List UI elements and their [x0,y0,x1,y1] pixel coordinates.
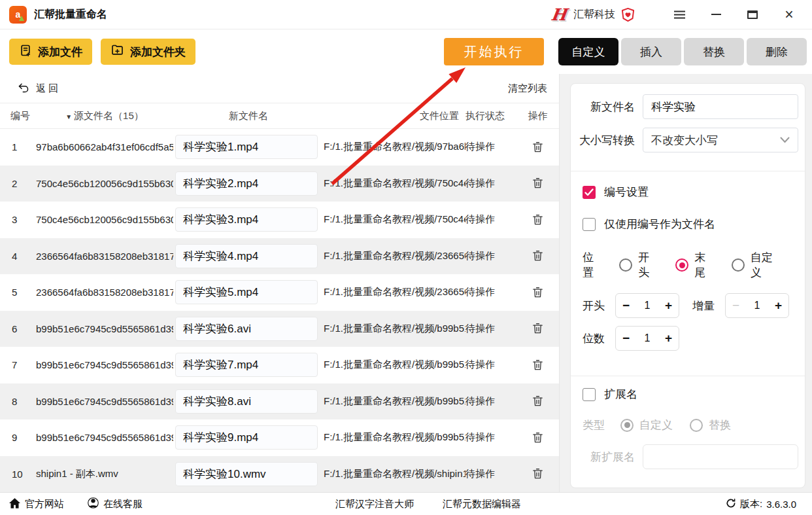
mode-tabs: 自定义 插入 替换 删除 [558,38,807,65]
delete-row-button[interactable] [530,357,545,372]
file-table-body: 197ba6b60662ab4f31ef06cdf5a5f8科学实验1.mp4F… [0,129,559,492]
action-cell [516,357,559,373]
digits-value[interactable]: 1 [636,332,658,344]
new-filename-input[interactable]: 科学实验 [643,94,798,119]
metadata-editor-link[interactable]: 汇帮元数据编辑器 [443,498,521,510]
status-text: 待操作 [465,250,516,262]
new-name-input[interactable]: 科学实验3.mp4 [175,207,318,232]
delete-row-button[interactable] [530,285,545,300]
table-row: 52366564fa6b83158208eb318175科学实验5.mp4F:/… [0,274,559,311]
add-file-button[interactable]: 添加文件 [9,39,92,65]
delete-row-button[interactable] [530,175,545,190]
row-number: 10 [0,469,36,480]
file-location: F:/1.批量重命名教程/视频/b99b51e [324,395,465,408]
increment-stepper: − 1 + [725,293,789,318]
start-number-value[interactable]: 1 [636,300,658,311]
case-convert-select[interactable]: 不改变大小写 [643,128,798,152]
start-execute-button[interactable]: 开始执行 [444,38,544,65]
status-text: 待操作 [465,359,516,371]
new-extension-label: 新扩展名 [577,450,635,465]
position-label: 位置 [583,250,603,280]
increment-value[interactable]: 1 [746,300,768,311]
delete-row-button[interactable] [530,430,545,445]
case-convert-label: 大小写转换 [577,133,635,148]
start-minus-button[interactable]: − [616,298,636,313]
action-cell [516,285,559,300]
table-row: 8b99b51e6c7945c9d5565861d397科学实验8.aviF:/… [0,383,559,420]
ext-type-replace[interactable]: 替换 [690,417,731,433]
back-button[interactable]: 返 回 [18,82,58,95]
app-logo-leaf-icon [19,16,24,21]
start-plus-button[interactable]: + [658,298,679,313]
delete-row-button[interactable] [530,212,545,227]
add-file-icon [19,44,32,60]
new-name-input[interactable]: 科学实验2.mp4 [175,171,318,196]
new-name-input[interactable]: 科学实验1.mp4 [175,135,318,159]
menu-hamburger-icon[interactable] [669,5,689,24]
file-location: F:/1.批量重命名教程/视频/750c4e5 [324,213,465,226]
file-location: F:/1.批量重命名教程/视频/b99b51e [324,323,465,335]
header-status: 执行状态 [465,110,516,122]
online-service-link[interactable]: 在线客服 [88,497,143,510]
file-location: F:/1.批量重命名教程/视频/b99b51e [324,431,465,444]
only-number-label: 仅使用编号作为文件名 [604,217,715,232]
delete-row-button[interactable] [530,466,545,481]
ext-type-custom[interactable]: 自定义 [620,417,673,433]
vip-shield-icon[interactable] [620,7,635,22]
back-label: 返 回 [36,82,58,95]
numbering-checkbox[interactable] [583,186,596,199]
tab-replace[interactable]: 替换 [684,38,744,65]
maximize-button[interactable] [743,5,762,24]
tab-insert[interactable]: 插入 [621,38,681,65]
pinyin-master-link[interactable]: 汇帮汉字注音大师 [335,498,414,510]
header-source[interactable]: ▼源文件名（15） [36,110,173,122]
case-convert-value: 不改变大小写 [651,133,718,148]
header-action: 操作 [516,110,559,122]
delete-row-button[interactable] [530,321,545,336]
new-name-input[interactable]: 科学实验6.avi [175,317,318,341]
official-website-link[interactable]: 官方网站 [9,497,64,510]
new-name-input[interactable]: 科学实验5.mp4 [175,280,318,304]
tab-delete[interactable]: 删除 [747,38,807,65]
brand-name: 汇帮科技 [573,8,615,22]
new-name-input[interactable]: 科学实验10.wmv [175,462,318,486]
delete-row-button[interactable] [530,248,545,263]
new-name-input[interactable]: 科学实验4.mp4 [175,244,318,268]
action-cell [516,430,559,446]
increment-plus-button[interactable]: + [768,298,788,313]
delete-row-button[interactable] [530,393,545,408]
window-title: 汇帮批量重命名 [34,8,107,22]
digits-minus-button[interactable]: − [616,330,636,346]
refresh-icon[interactable] [726,498,736,510]
increment-minus-button[interactable]: − [726,298,746,313]
position-option-custom[interactable]: 自定义 [732,250,781,280]
version-label: 版本: [740,498,762,510]
radio-disabled-selected-icon [620,419,634,432]
minimize-button[interactable] [706,5,726,24]
digits-plus-button[interactable]: + [658,330,679,346]
add-folder-button[interactable]: 添加文件夹 [101,39,195,65]
action-cell [516,212,559,228]
extension-checkbox[interactable] [583,388,596,401]
delete-row-button[interactable] [530,139,545,154]
numbering-title: 编号设置 [604,185,649,200]
new-name-input[interactable]: 科学实验9.mp4 [175,425,318,450]
statusbar: 官方网站 在线客服 汇帮汉字注音大师 汇帮元数据编辑器 版本: 3.6.3.0 [0,492,812,515]
file-location: F:/1.批量重命名教程/视频/shipin1 [324,468,465,480]
tab-custom[interactable]: 自定义 [558,38,618,65]
source-filename: b99b51e6c7945c9d5565861d397 [36,359,173,370]
new-name-input[interactable]: 科学实验7.mp4 [175,353,318,377]
position-option-start[interactable]: 开头 [619,250,658,280]
radio-disabled-icon [690,419,703,432]
row-number: 2 [0,178,36,189]
status-text: 待操作 [465,177,516,190]
only-number-checkbox[interactable] [583,218,596,231]
close-button[interactable]: × [779,5,799,24]
new-name-input[interactable]: 科学实验8.avi [175,389,318,414]
source-filename: 2366564fa6b83158208eb318175 [36,251,173,262]
start-number-label: 开头 [583,298,605,313]
position-option-end[interactable]: 末尾 [675,250,715,280]
clear-list-button[interactable]: 清空列表 [508,82,547,95]
new-extension-input[interactable] [643,444,798,469]
table-row: 3750c4e56cb120056c9d155b6302科学实验3.mp4F:/… [0,202,559,238]
